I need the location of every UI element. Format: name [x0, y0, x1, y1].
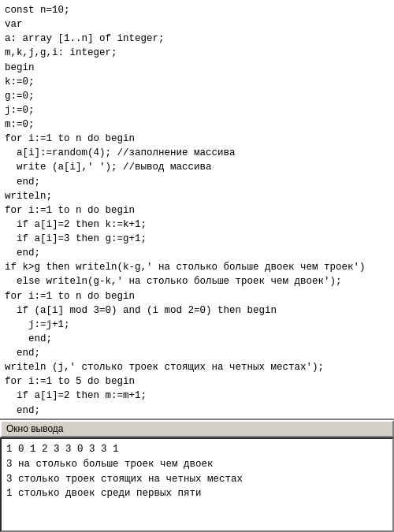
output-content: 1 0 1 2 3 3 0 3 3 1 3 на столько больше … — [2, 439, 392, 504]
code-scroll-area[interactable]: const n=10; var a: array [1..n] of integ… — [0, 0, 394, 419]
main-container: const n=10; var a: array [1..n] of integ… — [0, 0, 394, 532]
code-content: const n=10; var a: array [1..n] of integ… — [0, 0, 394, 419]
output-panel: 1 0 1 2 3 3 0 3 3 1 3 на столько больше … — [0, 437, 394, 532]
code-panel: const n=10; var a: array [1..n] of integ… — [0, 0, 394, 420]
output-header: Окно вывода — [0, 420, 394, 437]
